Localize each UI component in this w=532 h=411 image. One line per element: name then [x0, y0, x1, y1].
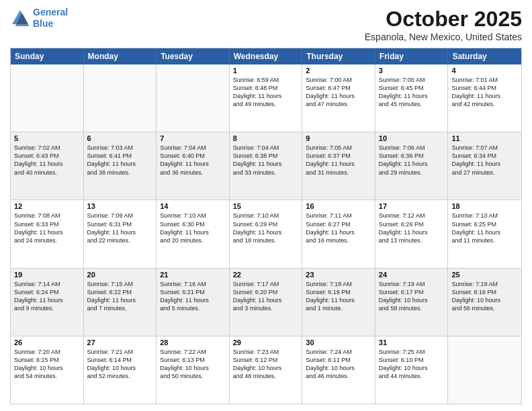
calendar-cell: 27Sunrise: 7:21 AMSunset: 6:14 PMDayligh… [84, 336, 157, 404]
day-number: 18 [451, 202, 518, 210]
header-day: Saturday [448, 48, 521, 64]
calendar-cell: 4Sunrise: 7:01 AMSunset: 6:44 PMDaylight… [448, 64, 521, 132]
cell-content: Sunrise: 7:17 AMSunset: 6:20 PMDaylight:… [233, 280, 299, 313]
day-number: 13 [87, 202, 153, 210]
calendar-row: 19Sunrise: 7:14 AMSunset: 6:24 PMDayligh… [11, 268, 521, 336]
calendar-row: 12Sunrise: 7:08 AMSunset: 6:33 PMDayligh… [11, 199, 521, 267]
calendar-cell: 10Sunrise: 7:06 AMSunset: 6:36 PMDayligh… [375, 132, 449, 199]
calendar-cell: 16Sunrise: 7:11 AMSunset: 6:27 PMDayligh… [302, 200, 375, 267]
cell-content: Sunrise: 7:07 AMSunset: 6:34 PMDaylight:… [451, 144, 518, 177]
calendar-cell: 14Sunrise: 7:10 AMSunset: 6:30 PMDayligh… [157, 200, 230, 267]
cell-content: Sunrise: 7:10 AMSunset: 6:30 PMDaylight:… [160, 212, 226, 244]
cell-content: Sunrise: 7:14 AMSunset: 6:24 PMDaylight:… [14, 280, 80, 313]
calendar-row: 5Sunrise: 7:02 AMSunset: 6:43 PMDaylight… [11, 132, 521, 199]
cell-content: Sunrise: 7:16 AMSunset: 6:21 PMDaylight:… [160, 280, 226, 313]
calendar-cell: 20Sunrise: 7:15 AMSunset: 6:22 PMDayligh… [84, 269, 157, 336]
header-day: Tuesday [157, 48, 230, 64]
cell-content: Sunrise: 7:19 AMSunset: 6:16 PMDaylight:… [451, 280, 518, 313]
calendar-cell: 5Sunrise: 7:02 AMSunset: 6:43 PMDaylight… [11, 132, 84, 199]
calendar-cell: 7Sunrise: 7:04 AMSunset: 6:40 PMDaylight… [157, 132, 230, 199]
day-number: 22 [233, 271, 299, 279]
day-number: 21 [160, 271, 226, 279]
cell-content: Sunrise: 7:09 AMSunset: 6:31 PMDaylight:… [87, 212, 153, 244]
header-day: Wednesday [230, 48, 303, 64]
day-number: 31 [379, 338, 445, 347]
title-block: October 2025 Espanola, New Mexico, Unite… [365, 7, 522, 42]
cell-content: Sunrise: 7:04 AMSunset: 6:38 PMDaylight:… [233, 144, 299, 177]
cell-content: Sunrise: 7:22 AMSunset: 6:13 PMDaylight:… [160, 348, 226, 381]
calendar-cell [84, 64, 157, 132]
calendar-cell: 31Sunrise: 7:25 AMSunset: 6:10 PMDayligh… [375, 336, 449, 404]
day-number: 20 [87, 271, 153, 279]
cell-content: Sunrise: 7:00 AMSunset: 6:45 PMDaylight:… [379, 76, 445, 109]
calendar-row: 26Sunrise: 7:20 AMSunset: 6:15 PMDayligh… [11, 336, 521, 404]
cell-content: Sunrise: 7:19 AMSunset: 6:17 PMDaylight:… [379, 280, 445, 313]
cell-content: Sunrise: 7:06 AMSunset: 6:36 PMDaylight:… [379, 144, 445, 177]
cell-content: Sunrise: 7:13 AMSunset: 6:25 PMDaylight:… [451, 212, 518, 244]
header-day: Friday [375, 48, 449, 64]
calendar-cell [157, 64, 230, 132]
calendar-cell: 22Sunrise: 7:17 AMSunset: 6:20 PMDayligh… [230, 269, 303, 336]
day-number: 11 [451, 134, 518, 142]
day-number: 9 [306, 134, 371, 142]
calendar-body: 1Sunrise: 6:59 AMSunset: 6:48 PMDaylight… [11, 64, 521, 404]
cell-content: Sunrise: 7:03 AMSunset: 6:41 PMDaylight:… [87, 144, 153, 177]
cell-content: Sunrise: 7:20 AMSunset: 6:15 PMDaylight:… [14, 348, 80, 381]
calendar-cell: 6Sunrise: 7:03 AMSunset: 6:41 PMDaylight… [84, 132, 157, 199]
calendar-cell: 21Sunrise: 7:16 AMSunset: 6:21 PMDayligh… [157, 269, 230, 336]
cell-content: Sunrise: 7:25 AMSunset: 6:10 PMDaylight:… [379, 348, 445, 381]
day-number: 24 [379, 271, 445, 279]
cell-content: Sunrise: 7:23 AMSunset: 6:12 PMDaylight:… [233, 348, 299, 381]
calendar-cell: 11Sunrise: 7:07 AMSunset: 6:34 PMDayligh… [448, 132, 521, 199]
day-number: 14 [160, 202, 226, 210]
calendar-cell: 15Sunrise: 7:10 AMSunset: 6:29 PMDayligh… [230, 200, 303, 267]
cell-content: Sunrise: 7:18 AMSunset: 6:19 PMDaylight:… [306, 280, 371, 313]
header-day: Thursday [302, 48, 375, 64]
calendar-cell: 8Sunrise: 7:04 AMSunset: 6:38 PMDaylight… [230, 132, 303, 199]
calendar-cell: 3Sunrise: 7:00 AMSunset: 6:45 PMDaylight… [375, 64, 449, 132]
page: General Blue October 2025 Espanola, New … [0, 0, 532, 411]
calendar-cell: 25Sunrise: 7:19 AMSunset: 6:16 PMDayligh… [448, 269, 521, 336]
location: Espanola, New Mexico, United States [365, 32, 522, 42]
day-number: 27 [87, 338, 153, 347]
cell-content: Sunrise: 7:04 AMSunset: 6:40 PMDaylight:… [160, 144, 226, 177]
calendar-cell: 23Sunrise: 7:18 AMSunset: 6:19 PMDayligh… [302, 269, 375, 336]
header-day: Monday [84, 48, 157, 64]
cell-content: Sunrise: 7:02 AMSunset: 6:43 PMDaylight:… [14, 144, 80, 177]
calendar-cell: 18Sunrise: 7:13 AMSunset: 6:25 PMDayligh… [448, 200, 521, 267]
day-number: 29 [233, 338, 299, 347]
logo-icon [10, 8, 30, 28]
cell-content: Sunrise: 7:11 AMSunset: 6:27 PMDaylight:… [306, 212, 371, 244]
day-number: 5 [14, 134, 80, 142]
calendar-cell: 1Sunrise: 6:59 AMSunset: 6:48 PMDaylight… [230, 64, 303, 132]
calendar-cell: 13Sunrise: 7:09 AMSunset: 6:31 PMDayligh… [84, 200, 157, 267]
calendar-header: SundayMondayTuesdayWednesdayThursdayFrid… [11, 48, 521, 64]
day-number: 19 [14, 271, 80, 279]
day-number: 4 [451, 66, 518, 75]
cell-content: Sunrise: 7:00 AMSunset: 6:47 PMDaylight:… [306, 76, 371, 109]
calendar-row: 1Sunrise: 6:59 AMSunset: 6:48 PMDaylight… [11, 64, 521, 132]
calendar-cell: 24Sunrise: 7:19 AMSunset: 6:17 PMDayligh… [375, 269, 449, 336]
calendar-cell: 17Sunrise: 7:12 AMSunset: 6:26 PMDayligh… [375, 200, 449, 267]
logo-line2: Blue [33, 18, 53, 29]
day-number: 16 [306, 202, 371, 210]
day-number: 8 [233, 134, 299, 142]
cell-content: Sunrise: 7:15 AMSunset: 6:22 PMDaylight:… [87, 280, 153, 313]
month-title: October 2025 [365, 7, 522, 32]
day-number: 17 [379, 202, 445, 210]
day-number: 25 [451, 271, 518, 279]
cell-content: Sunrise: 7:08 AMSunset: 6:33 PMDaylight:… [14, 212, 80, 244]
day-number: 15 [233, 202, 299, 210]
logo-line1: General [33, 7, 68, 17]
calendar-cell: 19Sunrise: 7:14 AMSunset: 6:24 PMDayligh… [11, 269, 84, 336]
calendar-cell: 26Sunrise: 7:20 AMSunset: 6:15 PMDayligh… [11, 336, 84, 404]
cell-content: Sunrise: 6:59 AMSunset: 6:48 PMDaylight:… [233, 76, 299, 109]
day-number: 30 [306, 338, 371, 347]
header: General Blue October 2025 Espanola, New … [10, 7, 522, 42]
cell-content: Sunrise: 7:05 AMSunset: 6:37 PMDaylight:… [306, 144, 371, 177]
day-number: 2 [306, 66, 371, 75]
logo-text: General Blue [33, 7, 68, 30]
day-number: 28 [160, 338, 226, 347]
logo: General Blue [10, 7, 68, 30]
day-number: 1 [233, 66, 299, 75]
